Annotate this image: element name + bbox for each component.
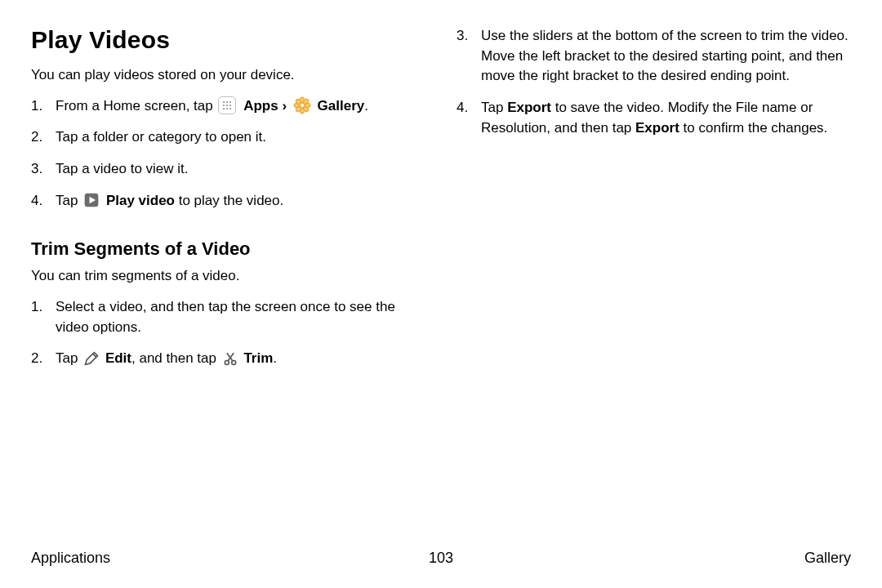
gallery-label: Gallery [318,98,365,114]
footer-right: Gallery [804,550,851,567]
step-3: Tap a video to view it. [31,159,425,180]
step-4-text-a: Tap [56,193,82,208]
step-4: Tap Play video to play the video. [31,191,425,212]
play-steps-list: From a Home screen, tap Apps › [31,96,425,212]
trim-step-2-a: Tap [56,350,82,366]
intro-text: You can play videos stored on your devic… [31,65,425,85]
svg-line-14 [227,353,233,361]
step-4-text-c: to play the video. [175,193,283,208]
apps-label: Apps [243,98,278,114]
cont-step-4: Tap Export to save the video. Modify the… [457,98,851,138]
right-column: Use the sliders at the bottom of the scr… [457,26,851,381]
page-title: Play Videos [31,26,425,54]
trim-steps-list: Select a video, and then tap the screen … [31,297,425,369]
footer-page-number: 103 [429,550,453,567]
left-column: Play Videos You can play videos stored o… [31,26,425,381]
page-footer: Applications 103 Gallery [31,550,851,567]
edit-label: Edit [105,350,131,366]
cont-step-3: Use the sliders at the bottom of the scr… [457,26,851,87]
export-label-1: Export [507,100,551,115]
trim-step-2: Tap Edit, and then tap Trim. [31,349,425,369]
play-video-label: Play video [106,193,175,208]
svg-line-13 [228,353,234,361]
scissors-icon [222,350,238,367]
trim-step-2-c: . [273,350,277,366]
edit-icon [83,350,100,367]
play-video-icon [83,192,100,208]
step-1: From a Home screen, tap Apps › [31,96,425,117]
apps-icon [218,96,236,114]
subsection-title: Trim Segments of a Video [31,238,425,260]
continued-steps-list: Use the sliders at the bottom of the scr… [457,26,851,138]
breadcrumb-sep: › [282,98,290,114]
step-1-text-a: From a Home screen, tap [56,98,216,114]
step-2: Tap a folder or category to open it. [31,127,425,148]
gallery-icon [293,96,311,114]
cont-step-4-a: Tap [481,100,507,115]
step-1-end: . [364,98,368,114]
trim-label: Trim [243,350,273,366]
subsection-intro: You can trim segments of a video. [31,266,425,286]
trim-step-2-b: , and then tap [131,350,220,366]
export-label-2: Export [635,120,679,136]
trim-step-1: Select a video, and then tap the screen … [31,297,425,337]
cont-step-4-c: to confirm the changes. [679,120,827,136]
footer-left: Applications [31,550,110,567]
